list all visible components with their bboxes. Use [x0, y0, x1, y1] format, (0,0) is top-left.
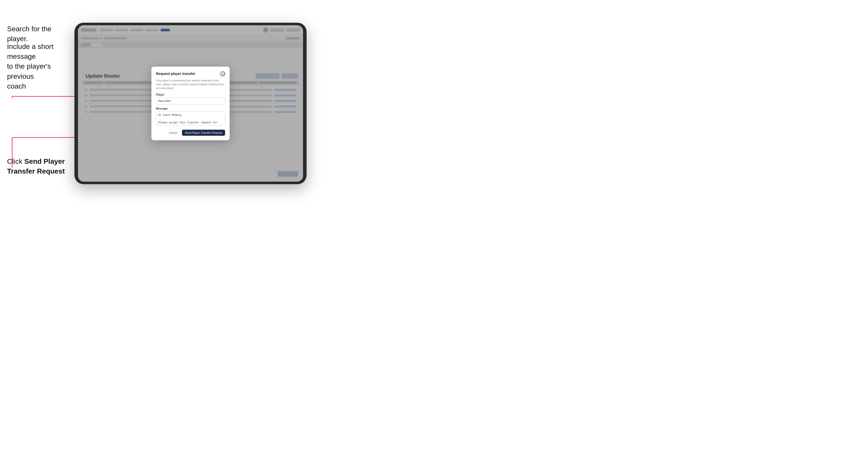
cancel-button[interactable]: Cancel [166, 130, 179, 135]
tablet-outer: Update Roster [74, 23, 307, 184]
message-label: Message [156, 107, 225, 110]
player-label: Player [156, 93, 225, 96]
send-transfer-button[interactable]: Send Player Transfer Request [182, 130, 225, 136]
tablet-device: Update Roster [74, 23, 307, 184]
annotation-search: Search for the player. [7, 24, 73, 44]
modal-close-button[interactable]: × [220, 71, 225, 76]
modal-description: If the player is transferring from anoth… [156, 79, 225, 90]
annotation-message: Include a short messageto the player's p… [7, 42, 73, 91]
message-textarea[interactable]: Hi Coach McHarg, Please accept this tran… [156, 111, 225, 125]
annotation-area: Search for the player. Include a short m… [0, 0, 73, 467]
modal-footer: Cancel Send Player Transfer Request [156, 130, 225, 136]
transfer-request-modal: Request player transfer × If the player … [151, 67, 229, 140]
annotation-click: Click Send Player Transfer Request [7, 156, 73, 176]
modal-overlay: Request player transfer × If the player … [78, 25, 303, 182]
modal-title: Request player transfer [156, 72, 195, 76]
player-input[interactable] [156, 97, 225, 104]
tablet-screen: Update Roster [78, 25, 303, 182]
modal-header: Request player transfer × [156, 71, 225, 76]
